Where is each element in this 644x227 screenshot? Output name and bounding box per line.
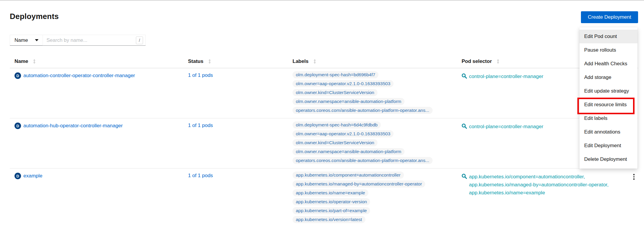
label-pill[interactable]: operators.coreos.com/ansible-automation-… <box>293 157 433 164</box>
deployment-badge: D <box>15 123 21 129</box>
chevron-down-icon <box>35 39 38 41</box>
deployment-name-link[interactable]: automation-controller-operator-controlle… <box>23 72 135 79</box>
page-title: Deployments <box>10 12 59 21</box>
label-pill[interactable]: olm.deployment-spec-hash=bd696b4f7 <box>293 71 378 78</box>
create-deployment-button[interactable]: Create Deployment <box>581 11 638 23</box>
sort-icon <box>32 59 36 64</box>
search-icon <box>462 174 467 180</box>
sort-icon <box>208 59 212 64</box>
menu-item-add-storage[interactable]: Add storage <box>579 71 637 84</box>
label-pill[interactable]: app.kubernetes.io/part-of=example <box>293 207 370 214</box>
label-pill[interactable]: app.kubernetes.io/operator-version <box>293 198 370 205</box>
column-header-status[interactable]: Status <box>183 55 288 68</box>
label-pill[interactable]: olm.owner.namespace=ansible-automation-p… <box>293 148 404 155</box>
kebab-menu-icon[interactable] <box>631 173 637 180</box>
label-pill[interactable]: olm.owner=aap-operator.v2.1.0-0.16383935… <box>293 130 394 137</box>
menu-item-pause-rollouts[interactable]: Pause rollouts <box>579 43 637 57</box>
search-icon <box>462 123 467 130</box>
column-header-labels[interactable]: Labels <box>288 55 457 68</box>
menu-item-edit-labels[interactable]: Edit labels <box>579 112 637 125</box>
status-pods-link[interactable]: 1 of 1 pods <box>188 173 213 178</box>
search-shortcut-hint: / <box>136 36 143 44</box>
label-pill[interactable]: olm.deployment-spec-hash=6d4c9fdbdb <box>293 121 381 128</box>
status-pods-link[interactable]: 1 of 1 pods <box>188 123 213 128</box>
menu-item-edit-resource-limits[interactable]: Edit resource limits <box>579 98 637 112</box>
filter-type-label: Name <box>15 37 28 43</box>
menu-item-edit-annotations[interactable]: Edit annotations <box>579 125 637 139</box>
menu-item-edit-pod-count[interactable]: Edit Pod count <box>579 30 637 43</box>
search-input[interactable] <box>46 37 136 43</box>
label-pill[interactable]: operators.coreos.com/ansible-automation-… <box>293 107 433 114</box>
label-pill[interactable]: olm.owner.namespace=ansible-automation-p… <box>293 98 404 105</box>
deployments-table: Name Status Labels Pod selector D automa… <box>10 55 638 227</box>
table-header-row: Name Status Labels Pod selector <box>10 55 638 68</box>
filter-type-dropdown[interactable]: Name <box>10 35 43 46</box>
deployment-name-link[interactable]: automation-hub-operator-controller-manag… <box>23 123 123 129</box>
label-pill[interactable]: olm.owner.kind=ClusterServiceVersion <box>293 89 378 96</box>
table-row: D automation-hub-operator-controller-man… <box>10 118 638 169</box>
label-pill[interactable]: olm.owner.kind=ClusterServiceVersion <box>293 139 378 146</box>
search-icon <box>462 73 467 80</box>
filter-toolbar: Name / <box>10 35 146 46</box>
deployment-badge: D <box>15 72 21 79</box>
menu-item-edit-deployment[interactable]: Edit Deployment <box>579 139 637 153</box>
label-pill[interactable]: app.kubernetes.io/component=automationco… <box>293 172 404 179</box>
label-pill[interactable]: app.kubernetes.io/managed-by=automationc… <box>293 180 425 188</box>
pod-selector-link[interactable]: app.kubernetes.io/component=automationco… <box>462 173 621 197</box>
status-pods-link[interactable]: 1 of 1 pods <box>188 72 213 78</box>
label-pill[interactable]: olm.owner=aap-operator.v2.1.0-0.16383935… <box>293 80 394 87</box>
search-box: / <box>43 35 146 46</box>
menu-item-delete-deployment[interactable]: Delete Deployment <box>579 153 637 166</box>
label-pill[interactable]: app.kubernetes.io/version=latest <box>293 216 365 223</box>
table-row: D automation-controller-operator-control… <box>10 68 638 118</box>
column-header-name[interactable]: Name <box>10 55 183 68</box>
deployment-name-link[interactable]: example <box>23 173 42 179</box>
top-divider <box>0 0 644 1</box>
label-pill[interactable]: app.kubernetes.io/name=example <box>293 189 368 196</box>
sort-icon <box>313 59 317 64</box>
menu-item-add-health-checks[interactable]: Add Health Checks <box>579 57 637 71</box>
actions-dropdown-menu: Edit Pod count Pause rollouts Add Health… <box>579 27 637 169</box>
sort-icon <box>496 59 500 64</box>
menu-item-edit-update-strategy[interactable]: Edit update strategy <box>579 84 637 98</box>
table-row: D example 1 of 1 pods app.kubernetes.io/… <box>10 169 638 227</box>
deployment-badge: D <box>15 173 21 179</box>
